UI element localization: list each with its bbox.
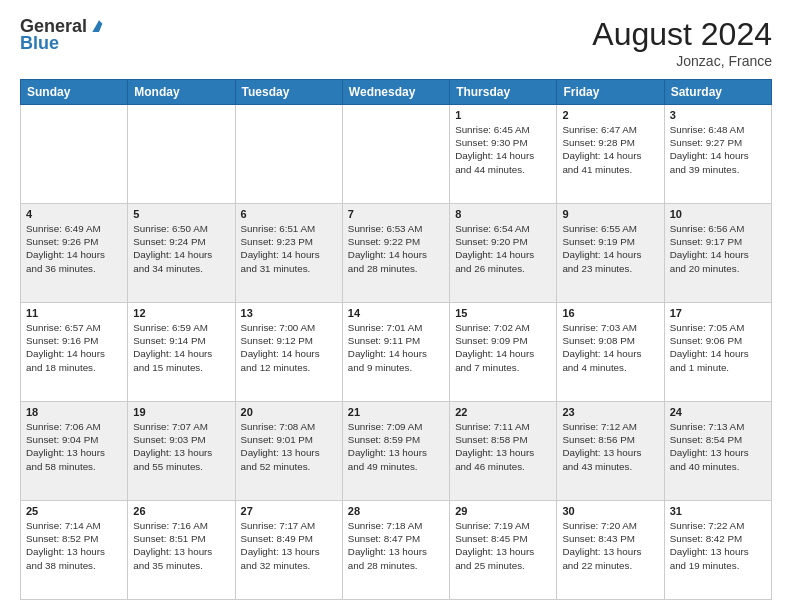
- day-info: Sunrise: 7:11 AM Sunset: 8:58 PM Dayligh…: [455, 420, 551, 473]
- day-info: Sunrise: 7:14 AM Sunset: 8:52 PM Dayligh…: [26, 519, 122, 572]
- calendar-week-4: 18Sunrise: 7:06 AM Sunset: 9:04 PM Dayli…: [21, 402, 772, 501]
- calendar-cell-1-4: [342, 105, 449, 204]
- calendar-cell-1-3: [235, 105, 342, 204]
- title-block: August 2024 Jonzac, France: [592, 16, 772, 69]
- day-info: Sunrise: 7:07 AM Sunset: 9:03 PM Dayligh…: [133, 420, 229, 473]
- day-number: 4: [26, 208, 122, 220]
- calendar-cell-2-1: 4Sunrise: 6:49 AM Sunset: 9:26 PM Daylig…: [21, 204, 128, 303]
- calendar-cell-2-3: 6Sunrise: 6:51 AM Sunset: 9:23 PM Daylig…: [235, 204, 342, 303]
- day-info: Sunrise: 7:13 AM Sunset: 8:54 PM Dayligh…: [670, 420, 766, 473]
- calendar-cell-3-4: 14Sunrise: 7:01 AM Sunset: 9:11 PM Dayli…: [342, 303, 449, 402]
- calendar-cell-4-7: 24Sunrise: 7:13 AM Sunset: 8:54 PM Dayli…: [664, 402, 771, 501]
- day-info: Sunrise: 6:48 AM Sunset: 9:27 PM Dayligh…: [670, 123, 766, 176]
- calendar-cell-5-4: 28Sunrise: 7:18 AM Sunset: 8:47 PM Dayli…: [342, 501, 449, 600]
- calendar-cell-3-6: 16Sunrise: 7:03 AM Sunset: 9:08 PM Dayli…: [557, 303, 664, 402]
- calendar-cell-5-3: 27Sunrise: 7:17 AM Sunset: 8:49 PM Dayli…: [235, 501, 342, 600]
- svg-marker-0: [92, 20, 105, 32]
- day-info: Sunrise: 6:56 AM Sunset: 9:17 PM Dayligh…: [670, 222, 766, 275]
- logo: General Blue: [20, 16, 109, 54]
- day-number: 16: [562, 307, 658, 319]
- day-number: 22: [455, 406, 551, 418]
- day-info: Sunrise: 6:45 AM Sunset: 9:30 PM Dayligh…: [455, 123, 551, 176]
- day-number: 2: [562, 109, 658, 121]
- day-number: 14: [348, 307, 444, 319]
- calendar-cell-4-4: 21Sunrise: 7:09 AM Sunset: 8:59 PM Dayli…: [342, 402, 449, 501]
- calendar-cell-1-5: 1Sunrise: 6:45 AM Sunset: 9:30 PM Daylig…: [450, 105, 557, 204]
- calendar-cell-5-7: 31Sunrise: 7:22 AM Sunset: 8:42 PM Dayli…: [664, 501, 771, 600]
- calendar-cell-5-2: 26Sunrise: 7:16 AM Sunset: 8:51 PM Dayli…: [128, 501, 235, 600]
- calendar-cell-3-3: 13Sunrise: 7:00 AM Sunset: 9:12 PM Dayli…: [235, 303, 342, 402]
- calendar-header-saturday: Saturday: [664, 80, 771, 105]
- day-info: Sunrise: 7:16 AM Sunset: 8:51 PM Dayligh…: [133, 519, 229, 572]
- calendar-header-friday: Friday: [557, 80, 664, 105]
- logo-blue: Blue: [20, 33, 59, 54]
- day-number: 26: [133, 505, 229, 517]
- calendar-cell-3-5: 15Sunrise: 7:02 AM Sunset: 9:09 PM Dayli…: [450, 303, 557, 402]
- calendar-cell-4-6: 23Sunrise: 7:12 AM Sunset: 8:56 PM Dayli…: [557, 402, 664, 501]
- calendar-cell-1-7: 3Sunrise: 6:48 AM Sunset: 9:27 PM Daylig…: [664, 105, 771, 204]
- page: General Blue August 2024 Jonzac, France …: [0, 0, 792, 612]
- day-info: Sunrise: 7:18 AM Sunset: 8:47 PM Dayligh…: [348, 519, 444, 572]
- calendar-week-1: 1Sunrise: 6:45 AM Sunset: 9:30 PM Daylig…: [21, 105, 772, 204]
- day-info: Sunrise: 7:22 AM Sunset: 8:42 PM Dayligh…: [670, 519, 766, 572]
- day-info: Sunrise: 6:59 AM Sunset: 9:14 PM Dayligh…: [133, 321, 229, 374]
- calendar-header-thursday: Thursday: [450, 80, 557, 105]
- day-info: Sunrise: 7:05 AM Sunset: 9:06 PM Dayligh…: [670, 321, 766, 374]
- calendar-week-3: 11Sunrise: 6:57 AM Sunset: 9:16 PM Dayli…: [21, 303, 772, 402]
- day-info: Sunrise: 6:50 AM Sunset: 9:24 PM Dayligh…: [133, 222, 229, 275]
- day-number: 31: [670, 505, 766, 517]
- calendar-cell-2-4: 7Sunrise: 6:53 AM Sunset: 9:22 PM Daylig…: [342, 204, 449, 303]
- day-info: Sunrise: 7:20 AM Sunset: 8:43 PM Dayligh…: [562, 519, 658, 572]
- calendar-week-2: 4Sunrise: 6:49 AM Sunset: 9:26 PM Daylig…: [21, 204, 772, 303]
- location: Jonzac, France: [592, 53, 772, 69]
- day-number: 18: [26, 406, 122, 418]
- day-number: 8: [455, 208, 551, 220]
- day-number: 28: [348, 505, 444, 517]
- day-number: 12: [133, 307, 229, 319]
- day-number: 10: [670, 208, 766, 220]
- day-number: 19: [133, 406, 229, 418]
- day-info: Sunrise: 6:47 AM Sunset: 9:28 PM Dayligh…: [562, 123, 658, 176]
- calendar-week-5: 25Sunrise: 7:14 AM Sunset: 8:52 PM Dayli…: [21, 501, 772, 600]
- day-number: 6: [241, 208, 337, 220]
- calendar-cell-2-7: 10Sunrise: 6:56 AM Sunset: 9:17 PM Dayli…: [664, 204, 771, 303]
- day-number: 9: [562, 208, 658, 220]
- day-number: 3: [670, 109, 766, 121]
- day-number: 7: [348, 208, 444, 220]
- header: General Blue August 2024 Jonzac, France: [20, 16, 772, 69]
- day-info: Sunrise: 6:57 AM Sunset: 9:16 PM Dayligh…: [26, 321, 122, 374]
- day-number: 27: [241, 505, 337, 517]
- day-info: Sunrise: 7:19 AM Sunset: 8:45 PM Dayligh…: [455, 519, 551, 572]
- day-info: Sunrise: 6:53 AM Sunset: 9:22 PM Dayligh…: [348, 222, 444, 275]
- calendar-cell-1-1: [21, 105, 128, 204]
- calendar-cell-4-3: 20Sunrise: 7:08 AM Sunset: 9:01 PM Dayli…: [235, 402, 342, 501]
- day-number: 24: [670, 406, 766, 418]
- calendar-cell-3-2: 12Sunrise: 6:59 AM Sunset: 9:14 PM Dayli…: [128, 303, 235, 402]
- calendar-cell-3-7: 17Sunrise: 7:05 AM Sunset: 9:06 PM Dayli…: [664, 303, 771, 402]
- day-number: 11: [26, 307, 122, 319]
- day-number: 1: [455, 109, 551, 121]
- calendar-header-tuesday: Tuesday: [235, 80, 342, 105]
- calendar-cell-2-2: 5Sunrise: 6:50 AM Sunset: 9:24 PM Daylig…: [128, 204, 235, 303]
- day-info: Sunrise: 6:54 AM Sunset: 9:20 PM Dayligh…: [455, 222, 551, 275]
- calendar-cell-5-5: 29Sunrise: 7:19 AM Sunset: 8:45 PM Dayli…: [450, 501, 557, 600]
- day-number: 29: [455, 505, 551, 517]
- day-number: 5: [133, 208, 229, 220]
- calendar-header-sunday: Sunday: [21, 80, 128, 105]
- calendar-cell-4-5: 22Sunrise: 7:11 AM Sunset: 8:58 PM Dayli…: [450, 402, 557, 501]
- day-info: Sunrise: 7:17 AM Sunset: 8:49 PM Dayligh…: [241, 519, 337, 572]
- day-number: 15: [455, 307, 551, 319]
- day-info: Sunrise: 7:03 AM Sunset: 9:08 PM Dayligh…: [562, 321, 658, 374]
- day-info: Sunrise: 7:02 AM Sunset: 9:09 PM Dayligh…: [455, 321, 551, 374]
- month-title: August 2024: [592, 16, 772, 53]
- day-number: 23: [562, 406, 658, 418]
- day-number: 25: [26, 505, 122, 517]
- calendar-cell-1-2: [128, 105, 235, 204]
- day-info: Sunrise: 7:12 AM Sunset: 8:56 PM Dayligh…: [562, 420, 658, 473]
- calendar-header-monday: Monday: [128, 80, 235, 105]
- calendar-cell-5-1: 25Sunrise: 7:14 AM Sunset: 8:52 PM Dayli…: [21, 501, 128, 600]
- calendar-cell-2-6: 9Sunrise: 6:55 AM Sunset: 9:19 PM Daylig…: [557, 204, 664, 303]
- calendar-cell-2-5: 8Sunrise: 6:54 AM Sunset: 9:20 PM Daylig…: [450, 204, 557, 303]
- calendar-header-row: SundayMondayTuesdayWednesdayThursdayFrid…: [21, 80, 772, 105]
- day-number: 13: [241, 307, 337, 319]
